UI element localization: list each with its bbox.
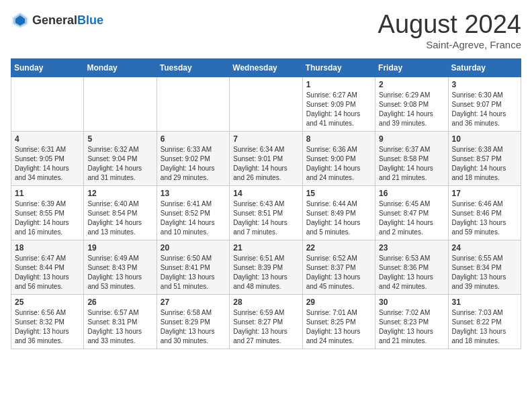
day-number: 17 — [452, 189, 517, 198]
day-info: Sunrise: 6:55 AMSunset: 8:34 PMDaylight:… — [452, 254, 517, 291]
day-info: Sunrise: 6:40 AMSunset: 8:54 PMDaylight:… — [87, 199, 152, 237]
day-number: 18 — [15, 243, 80, 253]
calendar-cell: 28Sunrise: 6:59 AMSunset: 8:27 PMDayligh… — [230, 294, 302, 349]
day-info: Sunrise: 6:32 AMSunset: 9:04 PMDaylight:… — [87, 145, 152, 183]
calendar-cell: 21Sunrise: 6:51 AMSunset: 8:39 PMDayligh… — [230, 240, 302, 294]
calendar-cell: 22Sunrise: 6:52 AMSunset: 8:37 PMDayligh… — [302, 240, 375, 294]
day-number: 15 — [306, 189, 371, 198]
day-number: 27 — [161, 298, 226, 307]
logo-text: GeneralBlue — [32, 13, 103, 28]
day-info: Sunrise: 6:52 AMSunset: 8:37 PMDaylight:… — [306, 254, 371, 291]
day-number: 4 — [15, 134, 80, 144]
day-number: 29 — [306, 298, 371, 307]
calendar-cell: 15Sunrise: 6:44 AMSunset: 8:49 PMDayligh… — [302, 185, 375, 240]
weekday-header-row: SundayMondayTuesdayWednesdayThursdayFrid… — [11, 58, 521, 77]
day-number: 6 — [161, 134, 226, 144]
day-info: Sunrise: 6:44 AMSunset: 8:49 PMDaylight:… — [306, 199, 371, 237]
calendar-cell: 16Sunrise: 6:45 AMSunset: 8:47 PMDayligh… — [375, 185, 448, 240]
calendar-table: SundayMondayTuesdayWednesdayThursdayFrid… — [11, 58, 521, 349]
day-number: 14 — [233, 189, 298, 198]
day-info: Sunrise: 6:33 AMSunset: 9:02 PMDaylight:… — [161, 145, 226, 183]
day-info: Sunrise: 6:57 AMSunset: 8:31 PMDaylight:… — [87, 308, 152, 346]
calendar-cell: 12Sunrise: 6:40 AMSunset: 8:54 PMDayligh… — [84, 185, 157, 240]
calendar-week-5: 25Sunrise: 6:56 AMSunset: 8:32 PMDayligh… — [11, 294, 521, 349]
day-info: Sunrise: 6:30 AMSunset: 9:07 PMDaylight:… — [452, 91, 517, 128]
day-info: Sunrise: 6:46 AMSunset: 8:46 PMDaylight:… — [452, 199, 517, 237]
calendar-cell: 18Sunrise: 6:47 AMSunset: 8:44 PMDayligh… — [11, 240, 84, 294]
day-info: Sunrise: 6:59 AMSunset: 8:27 PMDaylight:… — [233, 308, 298, 346]
day-info: Sunrise: 6:43 AMSunset: 8:51 PMDaylight:… — [233, 199, 298, 237]
day-number: 10 — [452, 134, 517, 144]
day-info: Sunrise: 6:37 AMSunset: 8:58 PMDaylight:… — [379, 145, 444, 183]
day-number: 25 — [15, 298, 80, 307]
calendar-header: SundayMondayTuesdayWednesdayThursdayFrid… — [11, 58, 521, 77]
day-number: 9 — [379, 134, 444, 144]
day-number: 28 — [233, 298, 298, 307]
calendar-cell: 30Sunrise: 7:02 AMSunset: 8:23 PMDayligh… — [375, 294, 448, 349]
weekday-header-saturday: Saturday — [448, 58, 521, 77]
calendar-cell: 13Sunrise: 6:41 AMSunset: 8:52 PMDayligh… — [157, 185, 229, 240]
logo-icon — [11, 11, 30, 30]
calendar-cell: 31Sunrise: 7:03 AMSunset: 8:22 PMDayligh… — [448, 294, 521, 349]
weekday-header-tuesday: Tuesday — [157, 58, 229, 77]
calendar-cell: 11Sunrise: 6:39 AMSunset: 8:55 PMDayligh… — [11, 185, 84, 240]
calendar-week-1: 1Sunrise: 6:27 AMSunset: 9:09 PMDaylight… — [11, 77, 521, 131]
month-title: August 2024 — [378, 11, 521, 39]
day-number: 30 — [379, 298, 444, 307]
day-number: 7 — [233, 134, 298, 144]
weekday-header-sunday: Sunday — [11, 58, 84, 77]
logo-general: General — [32, 13, 77, 27]
page-header: GeneralBlue August 2024 Saint-Agreve, Fr… — [11, 11, 521, 50]
day-number: 23 — [379, 243, 444, 253]
day-number: 16 — [379, 189, 444, 198]
weekday-header-wednesday: Wednesday — [230, 58, 302, 77]
day-number: 1 — [306, 80, 371, 89]
day-number: 3 — [452, 80, 517, 89]
calendar-cell: 25Sunrise: 6:56 AMSunset: 8:32 PMDayligh… — [11, 294, 84, 349]
calendar-cell: 6Sunrise: 6:33 AMSunset: 9:02 PMDaylight… — [157, 131, 229, 185]
day-info: Sunrise: 6:49 AMSunset: 8:43 PMDaylight:… — [87, 254, 152, 291]
day-number: 22 — [306, 243, 371, 253]
day-info: Sunrise: 6:50 AMSunset: 8:41 PMDaylight:… — [161, 254, 226, 291]
calendar-cell: 2Sunrise: 6:29 AMSunset: 9:08 PMDaylight… — [375, 77, 448, 131]
day-number: 13 — [161, 189, 226, 198]
calendar-week-2: 4Sunrise: 6:31 AMSunset: 9:05 PMDaylight… — [11, 131, 521, 185]
day-info: Sunrise: 6:56 AMSunset: 8:32 PMDaylight:… — [15, 308, 80, 346]
calendar-cell — [230, 77, 302, 131]
day-info: Sunrise: 6:41 AMSunset: 8:52 PMDaylight:… — [161, 199, 226, 237]
calendar-cell: 5Sunrise: 6:32 AMSunset: 9:04 PMDaylight… — [84, 131, 157, 185]
logo: GeneralBlue — [11, 11, 103, 30]
calendar-cell — [11, 77, 84, 131]
day-info: Sunrise: 6:51 AMSunset: 8:39 PMDaylight:… — [233, 254, 298, 291]
title-area: August 2024 Saint-Agreve, France — [378, 11, 521, 50]
calendar-cell: 26Sunrise: 6:57 AMSunset: 8:31 PMDayligh… — [84, 294, 157, 349]
calendar-cell — [157, 77, 229, 131]
day-number: 31 — [452, 298, 517, 307]
calendar-cell: 7Sunrise: 6:34 AMSunset: 9:01 PMDaylight… — [230, 131, 302, 185]
calendar-week-4: 18Sunrise: 6:47 AMSunset: 8:44 PMDayligh… — [11, 240, 521, 294]
calendar-cell: 1Sunrise: 6:27 AMSunset: 9:09 PMDaylight… — [302, 77, 375, 131]
day-info: Sunrise: 7:03 AMSunset: 8:22 PMDaylight:… — [452, 308, 517, 346]
day-info: Sunrise: 6:47 AMSunset: 8:44 PMDaylight:… — [15, 254, 80, 291]
calendar-cell: 10Sunrise: 6:38 AMSunset: 8:57 PMDayligh… — [448, 131, 521, 185]
calendar-cell: 17Sunrise: 6:46 AMSunset: 8:46 PMDayligh… — [448, 185, 521, 240]
day-number: 24 — [452, 243, 517, 253]
calendar-cell — [84, 77, 157, 131]
day-info: Sunrise: 6:45 AMSunset: 8:47 PMDaylight:… — [379, 199, 444, 237]
day-info: Sunrise: 6:58 AMSunset: 8:29 PMDaylight:… — [161, 308, 226, 346]
day-number: 8 — [306, 134, 371, 144]
location-title: Saint-Agreve, France — [378, 39, 521, 50]
day-info: Sunrise: 6:31 AMSunset: 9:05 PMDaylight:… — [15, 145, 80, 183]
calendar-cell: 29Sunrise: 7:01 AMSunset: 8:25 PMDayligh… — [302, 294, 375, 349]
day-info: Sunrise: 6:36 AMSunset: 9:00 PMDaylight:… — [306, 145, 371, 183]
calendar-cell: 9Sunrise: 6:37 AMSunset: 8:58 PMDaylight… — [375, 131, 448, 185]
logo-blue: Blue — [77, 13, 103, 27]
weekday-header-thursday: Thursday — [302, 58, 375, 77]
calendar-cell: 20Sunrise: 6:50 AMSunset: 8:41 PMDayligh… — [157, 240, 229, 294]
calendar-cell: 4Sunrise: 6:31 AMSunset: 9:05 PMDaylight… — [11, 131, 84, 185]
day-info: Sunrise: 6:27 AMSunset: 9:09 PMDaylight:… — [306, 91, 371, 128]
day-number: 11 — [15, 189, 80, 198]
calendar-cell: 24Sunrise: 6:55 AMSunset: 8:34 PMDayligh… — [448, 240, 521, 294]
day-info: Sunrise: 6:34 AMSunset: 9:01 PMDaylight:… — [233, 145, 298, 183]
weekday-header-friday: Friday — [375, 58, 448, 77]
